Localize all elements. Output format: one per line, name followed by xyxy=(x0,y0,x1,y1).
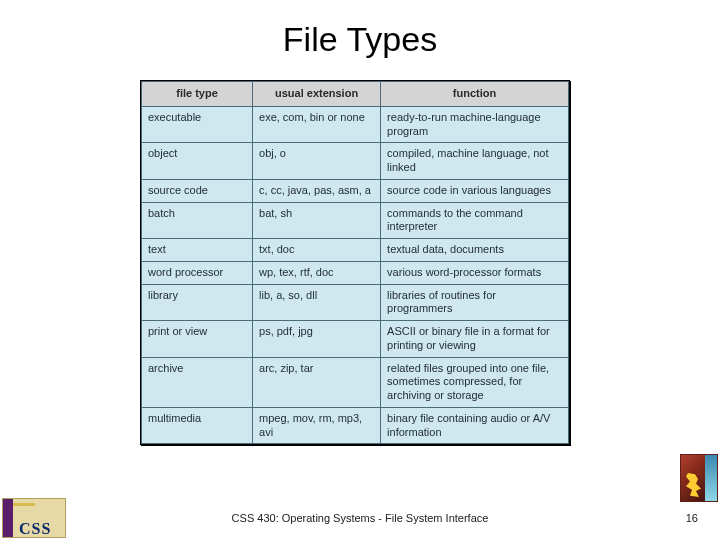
cell-extension: arc, zip, tar xyxy=(253,357,381,407)
page-number: 16 xyxy=(686,512,698,524)
table-row: object obj, o compiled, machine language… xyxy=(142,143,569,180)
logo-gold-stripe xyxy=(13,503,35,506)
header-function: function xyxy=(381,82,569,107)
cell-extension: ps, pdf, jpg xyxy=(253,321,381,358)
logo-text: CSS xyxy=(19,521,51,537)
cell-type: word processor xyxy=(142,261,253,284)
cell-function: various word-processor formats xyxy=(381,261,569,284)
cell-type: archive xyxy=(142,357,253,407)
cell-type: multimedia xyxy=(142,407,253,444)
cell-extension: exe, com, bin or none xyxy=(253,106,381,143)
cell-extension: c, cc, java, pas, asm, a xyxy=(253,179,381,202)
cell-extension: mpeg, mov, rm, mp3, avi xyxy=(253,407,381,444)
uwb-css-logo: CSS xyxy=(2,498,66,538)
cell-function: source code in various languages xyxy=(381,179,569,202)
cell-type: object xyxy=(142,143,253,180)
cell-function: ASCII or binary file in a format for pri… xyxy=(381,321,569,358)
cell-function: compiled, machine language, not linked xyxy=(381,143,569,180)
cell-type: print or view xyxy=(142,321,253,358)
cell-function: commands to the command interpreter xyxy=(381,202,569,239)
table-row: word processor wp, tex, rtf, doc various… xyxy=(142,261,569,284)
cell-extension: wp, tex, rtf, doc xyxy=(253,261,381,284)
page-title: File Types xyxy=(0,20,720,59)
cell-extension: bat, sh xyxy=(253,202,381,239)
header-usual-extension: usual extension xyxy=(253,82,381,107)
table-row: library lib, a, so, dll libraries of rou… xyxy=(142,284,569,321)
table-row: executable exe, com, bin or none ready-t… xyxy=(142,106,569,143)
textbook-cover-icon xyxy=(680,454,718,502)
dinosaur-icon xyxy=(684,473,704,497)
cell-function: binary file containing audio or A/V info… xyxy=(381,407,569,444)
cell-extension: lib, a, so, dll xyxy=(253,284,381,321)
table-header-row: file type usual extension function xyxy=(142,82,569,107)
footer-text: CSS 430: Operating Systems - File System… xyxy=(0,512,720,524)
cell-type: source code xyxy=(142,179,253,202)
cell-type: batch xyxy=(142,202,253,239)
file-types-table: file type usual extension function execu… xyxy=(141,81,569,444)
header-file-type: file type xyxy=(142,82,253,107)
cell-function: related files grouped into one file, som… xyxy=(381,357,569,407)
cell-extension: obj, o xyxy=(253,143,381,180)
table-row: multimedia mpeg, mov, rm, mp3, avi binar… xyxy=(142,407,569,444)
cell-type: executable xyxy=(142,106,253,143)
file-types-table-wrap: file type usual extension function execu… xyxy=(140,80,570,445)
table-row: text txt, doc textual data, documents xyxy=(142,239,569,262)
table-row: batch bat, sh commands to the command in… xyxy=(142,202,569,239)
table-row: archive arc, zip, tar related files grou… xyxy=(142,357,569,407)
table-row: source code c, cc, java, pas, asm, a sou… xyxy=(142,179,569,202)
cell-function: libraries of routines for programmers xyxy=(381,284,569,321)
cell-type: library xyxy=(142,284,253,321)
cell-type: text xyxy=(142,239,253,262)
cell-function: ready-to-run machine-language program xyxy=(381,106,569,143)
table-row: print or view ps, pdf, jpg ASCII or bina… xyxy=(142,321,569,358)
logo-purple-band xyxy=(3,499,13,537)
cell-extension: txt, doc xyxy=(253,239,381,262)
cell-function: textual data, documents xyxy=(381,239,569,262)
slide: File Types file type usual extension fun… xyxy=(0,0,720,540)
